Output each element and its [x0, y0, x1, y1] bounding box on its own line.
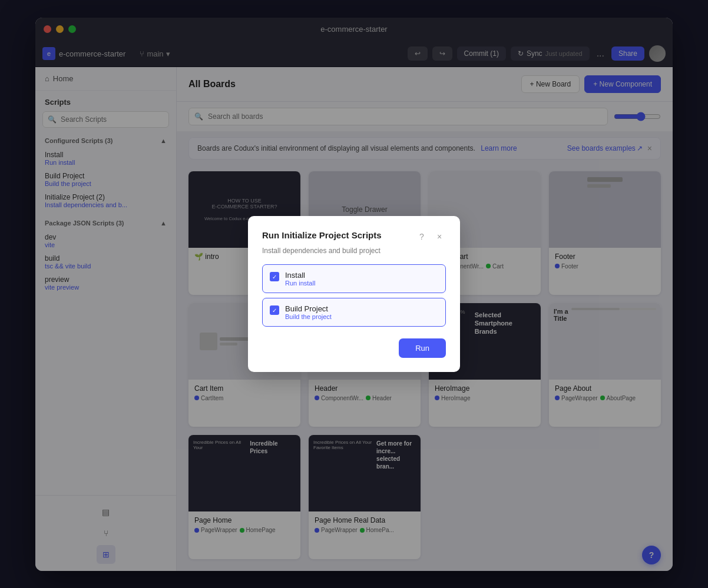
build-checkbox[interactable]: ✓ [270, 305, 279, 315]
run-button[interactable]: Run [399, 338, 446, 358]
modal-close-button[interactable]: × [433, 230, 446, 243]
run-scripts-modal: Run Initialize Project Scripts ? × Insta… [248, 216, 460, 372]
modal-script-info: Install Run install [285, 271, 315, 287]
modal-script-cmd: Run install [285, 280, 315, 287]
modal-script-name: Install [285, 271, 315, 280]
modal-header-icons: ? × [415, 230, 446, 243]
modal-script-cmd: Build the project [285, 313, 332, 320]
modal-title: Run Initialize Project Scripts [262, 230, 382, 240]
modal-script-build[interactable]: ✓ Build Project Build the project [262, 298, 446, 327]
modal-script-info: Build Project Build the project [285, 304, 332, 320]
help-circle-icon: ? [419, 232, 424, 241]
modal-overlay[interactable]: Run Initialize Project Scripts ? × Insta… [0, 0, 708, 588]
modal-help-button[interactable]: ? [415, 230, 428, 243]
install-checkbox[interactable]: ✓ [270, 272, 279, 281]
close-icon: × [437, 232, 442, 241]
modal-subtitle: Install dependencies and build project [262, 247, 446, 255]
modal-script-name: Build Project [285, 304, 332, 313]
modal-header: Run Initialize Project Scripts ? × [262, 230, 446, 243]
modal-footer: Run [262, 338, 446, 358]
modal-script-install[interactable]: ✓ Install Run install [262, 264, 446, 293]
